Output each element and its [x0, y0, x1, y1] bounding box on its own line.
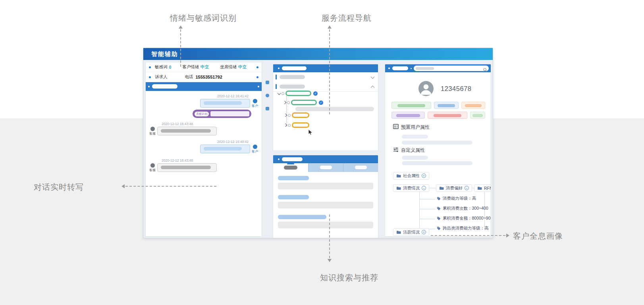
knowledge-item[interactable]	[278, 195, 373, 208]
sender-label: 客户	[252, 104, 258, 108]
folder-icon	[396, 174, 401, 178]
message-timestamp: 2020-12-12 16:41:42	[200, 94, 249, 98]
attr-node-rfm[interactable]: RFM −	[474, 184, 491, 192]
agent-avatar	[150, 163, 155, 168]
customer-message-bubble[interactable]	[200, 99, 250, 108]
intent-label: 意图识别	[195, 112, 209, 116]
customer-message-bubble[interactable]	[200, 145, 250, 153]
smart-assist-window: 智能辅助 敏感词 0 客户情绪 中立 坐席情绪 中立 诉求人 电话 155535…	[143, 48, 493, 238]
search-icon[interactable]	[483, 66, 487, 73]
preference-tag-item[interactable]: 跨品类消费能力等级：高	[437, 226, 489, 231]
callout-portrait-line	[431, 235, 505, 236]
tab-active[interactable]	[273, 163, 309, 172]
node-bullet-icon	[288, 124, 291, 127]
check-badge-icon: ✓	[319, 100, 323, 105]
tab-label-placeholder	[355, 166, 367, 169]
chevron-right-icon[interactable]	[283, 101, 286, 104]
agent-message-bubble[interactable]	[157, 163, 217, 172]
preference-tag-item[interactable]: 消费能力等级：高	[437, 196, 476, 201]
customer-tag-row	[391, 112, 485, 119]
tab-inactive[interactable]	[309, 163, 343, 172]
flow-node-done[interactable]: ✓	[278, 91, 318, 96]
transcript-panel: 敏感词 0 客户情绪 中立 坐席情绪 中立 诉求人 电话 15553551792	[145, 62, 262, 237]
search-input[interactable]	[414, 66, 489, 71]
flow-node-done[interactable]: ✓	[283, 100, 323, 105]
tree-connector	[419, 192, 420, 229]
node-bullet-icon	[282, 92, 284, 95]
app-header: 智能辅助	[143, 48, 493, 60]
attr-node-consumption[interactable]: 消费情况 −	[393, 184, 429, 192]
flow-highlight-row[interactable]	[295, 107, 374, 111]
flow-step-pill-yellow[interactable]	[292, 112, 309, 118]
customer-tag[interactable]	[391, 102, 431, 109]
chevron-right-icon[interactable]	[284, 114, 287, 117]
customer-profile-panel: 12345678 预置用户属性 自定义属性	[385, 64, 491, 237]
chevron-down-icon[interactable]	[278, 92, 281, 95]
panel-title-placeholder	[282, 66, 307, 70]
flow-node-pending[interactable]	[284, 112, 309, 118]
flow-node-pending[interactable]	[284, 122, 309, 128]
tab-inactive[interactable]	[343, 163, 378, 172]
flow-step-pill-green[interactable]	[291, 100, 317, 105]
customer-tag[interactable]	[428, 112, 467, 119]
panel-title-placeholder	[392, 66, 408, 70]
tag-text-placeholder	[434, 114, 462, 117]
row-marker-dot-icon	[149, 66, 151, 68]
section-label-placeholder	[280, 75, 305, 79]
caller-label: 诉求人	[155, 74, 168, 80]
plus-circle-icon[interactable]: +	[422, 230, 426, 234]
knowledge-item[interactable]	[278, 215, 373, 228]
tab-label-placeholder	[284, 166, 297, 170]
customer-tag[interactable]	[470, 112, 485, 119]
section-title-placeholder	[152, 84, 177, 89]
customer-tag[interactable]	[461, 102, 485, 109]
flow-step-pill-green[interactable]	[285, 91, 311, 96]
tab-label-placeholder	[320, 166, 332, 169]
sender-label: 客服	[149, 131, 156, 136]
node-bullet-icon	[288, 114, 291, 117]
toolbar-icon[interactable]	[266, 107, 269, 110]
tag-icon	[437, 226, 441, 230]
chat-transcript[interactable]: 2020-12-12 16:41:42 客户 意图识别	[146, 91, 262, 172]
attr-node-active[interactable]: 活跃情况 +	[393, 228, 429, 236]
customer-tag[interactable]	[391, 112, 425, 119]
message-text-placeholder	[204, 101, 242, 105]
chevron-right-icon[interactable]	[284, 124, 287, 127]
person-icon	[418, 81, 434, 96]
tag-icon	[437, 197, 441, 201]
sliders-icon	[393, 147, 399, 154]
toolbar-icon[interactable]	[266, 94, 269, 97]
callout-emotion-arrow-icon	[179, 25, 183, 29]
customer-tag[interactable]	[434, 102, 459, 109]
preference-tag-item[interactable]: 累积消费次数：300~400	[437, 206, 488, 211]
toolbar-icon[interactable]	[266, 81, 269, 84]
minus-circle-icon[interactable]: −	[465, 186, 469, 190]
preference-tag-item[interactable]: 累积消费金额：80000~90000	[437, 216, 491, 221]
preset-attributes-label: 预置用户属性	[401, 124, 430, 131]
agent-message-bubble[interactable]	[157, 127, 217, 135]
app-body: 敏感词 0 客户情绪 中立 坐席情绪 中立 诉求人 电话 15553551792	[143, 60, 493, 238]
chevron-down-icon[interactable]	[371, 75, 375, 79]
flow-step-pill-yellow[interactable]	[292, 122, 309, 128]
bar-dot-icon	[148, 86, 150, 87]
custom-attributes-label: 自定义属性	[401, 147, 425, 154]
caller-info-row: 诉求人 电话 15553551792	[146, 72, 262, 82]
flow-section-collapsed[interactable]	[273, 72, 378, 82]
sensitive-words-label: 敏感词	[155, 64, 168, 70]
chevron-up-icon[interactable]	[371, 86, 375, 90]
intent-pill[interactable]: 意图识别	[193, 110, 251, 118]
attribute-value-placeholder	[402, 156, 428, 160]
attr-node-preference[interactable]: 消费偏好 −	[436, 184, 472, 192]
minus-circle-icon[interactable]: −	[422, 186, 426, 190]
knowledge-item[interactable]	[278, 176, 373, 189]
header-dot-icon	[278, 158, 280, 160]
result-snippet-placeholder	[278, 183, 373, 189]
attr-node-social[interactable]: 社会属性 +	[393, 172, 429, 180]
plus-circle-icon[interactable]: +	[422, 174, 426, 178]
app-title: 智能辅助	[151, 50, 178, 58]
result-title-placeholder	[278, 176, 309, 180]
tag-text-placeholder	[472, 114, 483, 117]
attr-node-label: 社会属性	[403, 173, 420, 179]
row-marker-dot-icon	[256, 76, 258, 78]
callout-knowledge-line	[329, 214, 330, 258]
